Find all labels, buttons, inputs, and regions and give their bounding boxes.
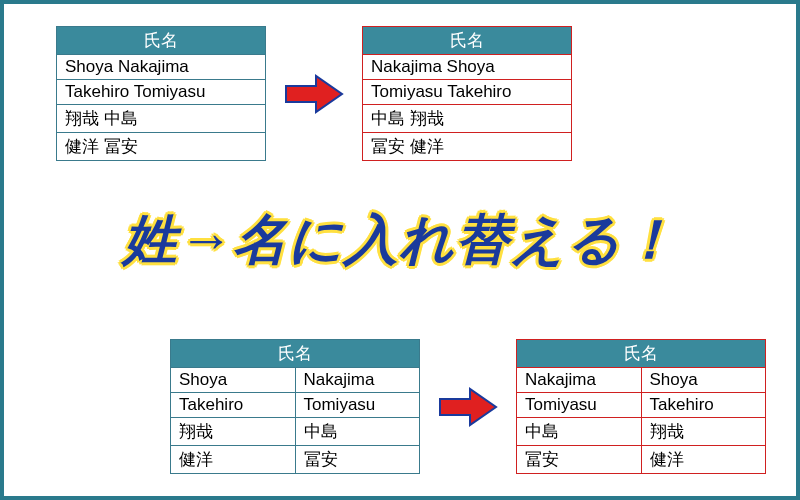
table-cell: Shoya xyxy=(641,368,766,393)
table-cell: 冨安 xyxy=(517,446,642,474)
table-row: Tomiyasu Takehiro xyxy=(363,80,572,105)
bottom-left-table: 氏名 Shoya Nakajima Takehiro Tomiyasu 翔哉 中… xyxy=(170,339,420,474)
table-header: 氏名 xyxy=(517,340,766,368)
svg-marker-0 xyxy=(286,76,342,112)
svg-marker-1 xyxy=(440,389,496,425)
table-cell: 翔哉 xyxy=(171,418,296,446)
table-cell: 冨安 xyxy=(295,446,420,474)
table-row: Takehiro Tomiyasu xyxy=(57,80,266,105)
table-cell: Shoya xyxy=(171,368,296,393)
table-row: Nakajima Shoya xyxy=(363,55,572,80)
arrow-right-icon xyxy=(284,74,344,114)
table-cell: 中島 xyxy=(295,418,420,446)
table-row: 中島 翔哉 xyxy=(363,105,572,133)
table-header: 氏名 xyxy=(171,340,420,368)
table-row: 健洋 冨安 xyxy=(57,133,266,161)
top-transformation-row: 氏名 Shoya Nakajima Takehiro Tomiyasu 翔哉 中… xyxy=(56,26,572,161)
table-cell: 健洋 xyxy=(641,446,766,474)
table-cell: Takehiro xyxy=(171,393,296,418)
table-cell: Tomiyasu xyxy=(295,393,420,418)
bottom-transformation-row: 氏名 Shoya Nakajima Takehiro Tomiyasu 翔哉 中… xyxy=(170,339,766,474)
table-cell: Nakajima xyxy=(295,368,420,393)
top-right-table: 氏名 Nakajima Shoya Tomiyasu Takehiro 中島 翔… xyxy=(362,26,572,161)
table-cell: Takehiro xyxy=(641,393,766,418)
table-cell: 翔哉 xyxy=(641,418,766,446)
table-row: 翔哉 中島 xyxy=(57,105,266,133)
table-cell: Nakajima xyxy=(517,368,642,393)
table-cell: 健洋 xyxy=(171,446,296,474)
table-row: 冨安 健洋 xyxy=(363,133,572,161)
headline-text: 姓→名に入れ替える！ xyxy=(4,204,796,277)
bottom-right-table: 氏名 Nakajima Shoya Tomiyasu Takehiro 中島 翔… xyxy=(516,339,766,474)
top-left-table: 氏名 Shoya Nakajima Takehiro Tomiyasu 翔哉 中… xyxy=(56,26,266,161)
table-row: Shoya Nakajima xyxy=(57,55,266,80)
table-cell: 中島 xyxy=(517,418,642,446)
table-header: 氏名 xyxy=(57,27,266,55)
table-header: 氏名 xyxy=(363,27,572,55)
arrow-right-icon xyxy=(438,387,498,427)
table-cell: Tomiyasu xyxy=(517,393,642,418)
